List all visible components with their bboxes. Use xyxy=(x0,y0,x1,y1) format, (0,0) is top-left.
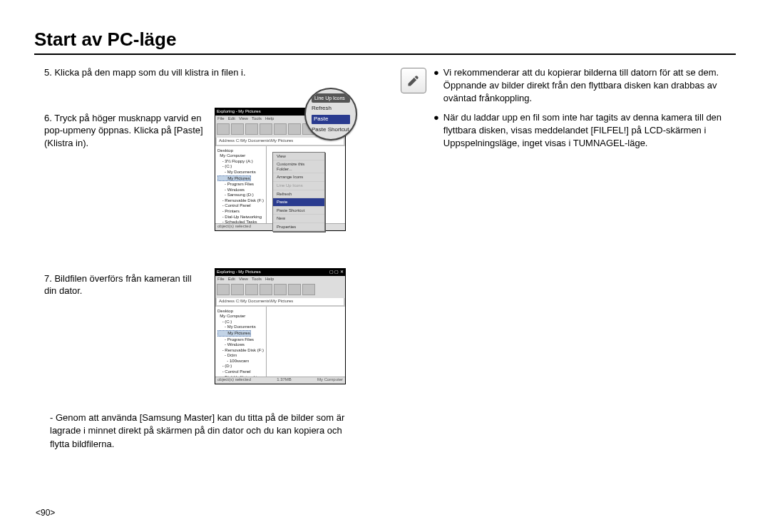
tree-item: - (C:) xyxy=(217,319,264,324)
toolbar-button xyxy=(217,123,230,135)
tree-item: - Program Files xyxy=(217,182,264,187)
tree-item-selected: My Pictures xyxy=(217,175,251,182)
tree-item: - Dial-Up Networking xyxy=(217,215,264,220)
note-icon xyxy=(401,68,426,93)
tree-item: - Control Panel xyxy=(217,369,264,374)
context-item-properties: Properties xyxy=(273,223,324,232)
lens-item-paste-shortcut: Paste Shortcut xyxy=(312,126,350,134)
toolbar-button xyxy=(260,284,272,295)
window-title: Exploring - My Pictures xyxy=(217,270,261,275)
toolbar-button xyxy=(217,284,230,295)
page-title: Start av PC-läge xyxy=(34,29,736,55)
context-item-refresh: Refresh xyxy=(273,190,324,199)
tree-item: - Program Files xyxy=(217,337,264,342)
menu-item: File xyxy=(217,277,225,282)
tree-item: - My Documents xyxy=(217,170,264,175)
tree-item: - (D:) xyxy=(217,364,264,369)
toolbar-button xyxy=(288,284,301,295)
context-item-lineup: Line Up Icons xyxy=(273,182,324,190)
tree-item: - Removable Disk (F:) xyxy=(217,348,264,353)
folder-tree: Desktop My Computer - (C:) - My Document… xyxy=(215,307,267,377)
step-7-text: 7. Bildfilen överförs från kameran till … xyxy=(44,268,205,297)
menu-item: View xyxy=(239,277,248,282)
address-label: Address xyxy=(219,138,235,143)
context-item-paste-shortcut: Paste Shortcut xyxy=(273,207,324,215)
address-path: C:\My Documents\My Pictures xyxy=(236,138,294,143)
tree-item: - My Documents xyxy=(217,324,264,329)
toolbar-button xyxy=(274,123,287,135)
toolbar-button xyxy=(245,284,258,295)
tree-item: My Computer xyxy=(217,153,264,158)
zoom-lens: Line Up Icons Refresh Paste Paste Shortc… xyxy=(304,88,357,140)
context-item-view: View xyxy=(273,153,324,161)
left-column: 5. Klicka på den mapp som du vill klistr… xyxy=(34,66,384,451)
menu-item: Tools xyxy=(252,277,262,282)
tree-item: - 100sscam xyxy=(217,359,264,364)
toolbar-button xyxy=(274,284,287,295)
address-path: C:\My Documents\My Pictures xyxy=(236,299,294,304)
tree-item: - 3½ Floppy (A:) xyxy=(217,159,264,164)
lens-item-paste: Paste xyxy=(312,115,350,124)
menu-item: View xyxy=(239,116,248,121)
tree-item: - Control Panel xyxy=(217,203,264,208)
menu-item: Tools xyxy=(252,116,262,121)
tree-item: My Computer xyxy=(217,314,264,319)
menu-item: File xyxy=(217,116,225,121)
toolbar-button xyxy=(245,123,258,135)
toolbar-button xyxy=(260,123,272,135)
bullet-icon: ● xyxy=(433,111,439,150)
toolbar-button xyxy=(231,284,244,295)
right-column: ● Vi rekommenderar att du kopierar bilde… xyxy=(401,66,736,451)
tree-item: - Windows xyxy=(217,342,264,347)
footnote-samsung-master: - Genom att använda [Samsung Master] kan… xyxy=(50,411,356,452)
menu-item: Help xyxy=(265,277,274,282)
explorer-screenshot-2: Exploring - My Pictures ▢ ▢ ✕ File Edit … xyxy=(215,268,346,384)
window-controls: ▢ ▢ ✕ xyxy=(329,270,344,275)
menu-item: Edit xyxy=(228,116,235,121)
toolbar-button xyxy=(302,284,315,295)
lens-title: Line Up Icons xyxy=(312,93,350,103)
menu-item: Help xyxy=(265,116,274,121)
tree-item: - Dcim xyxy=(217,353,264,358)
context-item-new: New xyxy=(273,215,324,223)
folder-tree: Desktop My Computer - 3½ Floppy (A:) - (… xyxy=(215,146,267,223)
toolbar-button xyxy=(231,123,244,135)
context-item-customize: Customize this Folder... xyxy=(273,160,324,173)
status-text: object(s) selected xyxy=(217,224,251,230)
step-6-text: 6. Tryck på höger musknapp varvid en pop… xyxy=(44,108,205,150)
tree-item: Desktop xyxy=(217,148,264,153)
context-item-paste: Paste xyxy=(273,198,324,207)
lens-item-refresh: Refresh xyxy=(312,105,350,113)
status-location: My Computer xyxy=(317,377,343,384)
status-size: 1.37MB xyxy=(277,377,292,384)
window-title: Exploring - My Pictures xyxy=(217,109,261,114)
toolbar-button xyxy=(288,123,301,135)
tree-item: - Samsung (D:) xyxy=(217,193,264,198)
tree-item: - Removable Disk (F:) xyxy=(217,198,264,203)
tree-item: - Scheduled Tasks xyxy=(217,220,264,222)
address-label: Address xyxy=(219,299,235,304)
context-item-arrange: Arrange Icons xyxy=(273,173,324,182)
tree-item: - Windows xyxy=(217,188,264,193)
menu-item: Edit xyxy=(228,277,235,282)
step-5-text: 5. Klicka på den mapp som du vill klistr… xyxy=(44,66,384,79)
tree-item: - (C:) xyxy=(217,164,264,169)
tree-item: - Dial-Up Networking xyxy=(217,375,264,377)
tree-item-selected: My Pictures xyxy=(217,330,251,337)
tree-item: - Printers xyxy=(217,209,264,214)
tip-1-text: Vi rekommenderar att du kopierar bildern… xyxy=(443,66,736,106)
context-menu: View Customize this Folder... Arrange Ic… xyxy=(272,152,325,232)
bullet-icon: ● xyxy=(433,66,439,106)
page-number: <90> xyxy=(36,508,55,518)
tree-item: Desktop xyxy=(217,309,264,314)
tip-2-text: När du laddar upp en fil som inte har ta… xyxy=(443,111,736,150)
status-text: object(s) selected xyxy=(217,377,251,384)
